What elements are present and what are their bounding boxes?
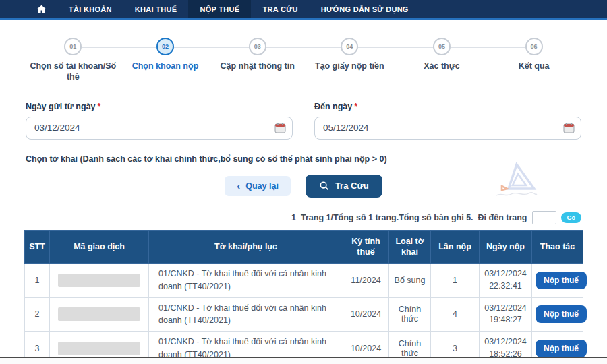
row-tax-period: 11/2024 [343, 264, 389, 298]
goto-page-input[interactable] [532, 211, 556, 224]
to-date-label: Đến ngày* [314, 102, 581, 111]
pagination-summary: Trang 1/Tổng số 1 trang.Tổng số bản ghi … [301, 213, 473, 222]
row-submit-datetime: 03/12/202422:32:41 [480, 264, 532, 298]
search-icon [319, 181, 329, 191]
step-2-label: Chọn khoản nộp [119, 61, 212, 71]
step-4-circle: 04 [341, 38, 358, 55]
step-1-chon-so-tai-khoan[interactable]: 01 Chọn số tài khoản/Số thẻ [27, 38, 119, 83]
step-5-label: Xác thực [396, 61, 488, 71]
col-header-ngay-nop: Ngày nộp [480, 230, 532, 264]
step-1-circle: 01 [64, 38, 82, 55]
col-header-ky-tinh-thue: Kỳ tính thuế [343, 230, 389, 264]
row-attempt: 1 [431, 264, 480, 298]
step-3-circle: 03 [249, 38, 266, 55]
step-6-label: Kết quả [488, 61, 580, 71]
row-stt: 1 [25, 264, 50, 298]
step-2-circle: 02 [156, 38, 174, 55]
select-declaration-instruction: Chọn tờ khai (Danh sách các tờ khai chín… [26, 154, 581, 164]
window-bottom-edge [0, 357, 607, 364]
step-2-chon-khoan-nop[interactable]: 02 Chọn khoản nộp [119, 38, 212, 83]
chevron-left-icon: ‹ [237, 181, 240, 191]
step-1-label: Chọn số tài khoản/Số thẻ [27, 61, 119, 83]
pay-tax-button[interactable]: Nộp thuế [536, 272, 587, 289]
nav-tab-tra-cuu[interactable]: TRA CỨU [251, 0, 309, 18]
row-declaration-type: Chính thức [389, 297, 431, 332]
step-4-tao-giay-nop-tien[interactable]: 04 Tạo giấy nộp tiền [304, 38, 396, 83]
search-button[interactable]: Tra Cứu [306, 175, 382, 198]
table-row: 2 01/CNKD - Tờ khai thuế đối với cá nhân… [25, 297, 583, 332]
step-5-circle: 05 [433, 38, 451, 55]
goto-page-label: Đi đến trang [478, 213, 527, 222]
col-header-lan-nop: Lần nộp [431, 230, 480, 264]
from-date-input[interactable] [26, 117, 293, 140]
pay-tax-button[interactable]: Nộp thuế [536, 305, 587, 323]
transaction-id-redacted [58, 307, 140, 321]
top-navigation: TÀI KHOẢN KHAI THUẾ NỘP THUẾ TRA CỨU HƯỚ… [0, 0, 607, 20]
row-attempt: 4 [431, 297, 480, 332]
row-declaration: 01/CNKD - Tờ khai thuế đối với cá nhân k… [149, 297, 343, 332]
col-header-loai-to-khai: Loại tờ khai [389, 230, 431, 264]
declarations-table: STT Mã giao dịch Tờ khai/phụ lục Kỳ tính… [24, 230, 583, 364]
col-header-to-khai: Tờ khai/phụ lục [149, 230, 343, 264]
current-page-number: 1 [291, 213, 296, 222]
step-6-ket-qua[interactable]: 06 Kết quả [488, 38, 580, 83]
row-declaration-type: Bổ sung [389, 264, 431, 298]
from-date-label: Ngày gửi từ ngày* [26, 102, 293, 111]
row-declaration: 01/CNKD - Tờ khai thuế đối với cá nhân k… [149, 264, 343, 298]
nav-tab-tai-khoan[interactable]: TÀI KHOẢN [57, 0, 123, 18]
col-header-stt: STT [25, 230, 50, 264]
calendar-icon[interactable] [563, 122, 575, 133]
go-button[interactable]: Go [561, 212, 582, 223]
step-3-cap-nhat-thong-tin[interactable]: 03 Cập nhật thông tin [211, 38, 304, 83]
home-icon [36, 4, 47, 14]
nav-tab-nop-thue[interactable]: NỘP THUẾ [188, 0, 251, 18]
table-row: 1 01/CNKD - Tờ khai thuế đối với cá nhân… [25, 264, 583, 298]
row-tax-period: 10/2024 [343, 297, 389, 332]
home-button[interactable] [26, 0, 57, 18]
declarations-table-container: STT Mã giao dịch Tờ khai/phụ lục Kỳ tính… [24, 230, 583, 364]
date-range-form: Ngày gửi từ ngày* Đến ngày* [26, 102, 581, 140]
pay-tax-button[interactable]: Nộp thuế [536, 340, 587, 357]
step-4-label: Tạo giấy nộp tiền [304, 61, 396, 71]
required-asterisk: * [98, 102, 101, 111]
transaction-id-redacted [58, 274, 140, 287]
transaction-id-redacted [58, 342, 140, 355]
step-3-label: Cập nhật thông tin [211, 61, 304, 71]
step-5-xac-thuc[interactable]: 05 Xác thực [396, 38, 488, 83]
progress-stepper: 01 Chọn số tài khoản/Số thẻ 02 Chọn khoả… [27, 38, 580, 83]
action-buttons: ‹ Quay lại Tra Cứu [0, 175, 607, 198]
col-header-ma-giao-dich: Mã giao dịch [50, 230, 149, 264]
nav-tab-khai-thue[interactable]: KHAI THUẾ [123, 0, 189, 18]
row-stt: 2 [25, 297, 50, 332]
nav-tab-huong-dan[interactable]: HƯỚNG DẪN SỬ DỤNG [310, 0, 420, 18]
to-date-input[interactable] [314, 117, 581, 140]
required-asterisk: * [354, 102, 357, 111]
back-button[interactable]: ‹ Quay lại [225, 176, 291, 196]
calendar-icon[interactable] [274, 122, 286, 133]
step-6-circle: 06 [525, 38, 543, 55]
col-header-thao-tac: Thao tác [532, 230, 583, 264]
table-header-row: STT Mã giao dịch Tờ khai/phụ lục Kỳ tính… [25, 230, 583, 264]
row-submit-datetime: 03/12/202419:48:27 [480, 297, 532, 332]
pagination-bar: 1 Trang 1/Tổng số 1 trang.Tổng số bản gh… [26, 211, 581, 224]
